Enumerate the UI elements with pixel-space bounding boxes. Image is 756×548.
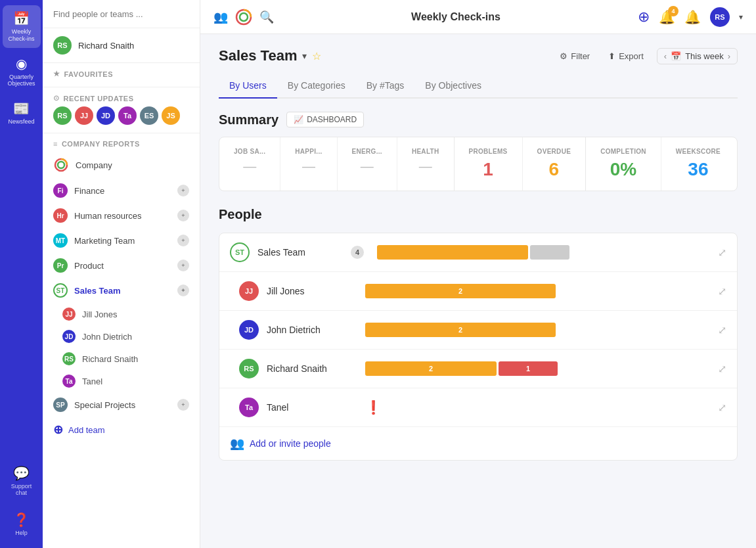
filter-button[interactable]: ⚙ Filter [554,48,595,64]
table-row[interactable]: ST Sales Team 4 ⤢ [219,233,737,272]
nav-item-marketing[interactable]: MT Marketing Team + [43,228,200,253]
recent-avatar-jd[interactable]: JD [97,106,115,125]
table-row[interactable]: Ta Tanel ❗ ⤢ [219,388,737,427]
top-bar-icons: ⊕ 🔔 4 🔔 RS ▾ [638,7,743,27]
filter-icon: ⚙ [560,51,567,61]
sidebar-icon-quarterly[interactable]: ◉ Quarterly Objectives [3,51,41,93]
nav-user-profile[interactable]: RS Richard Snaith [43,28,200,63]
dashboard-button[interactable]: 📈 DASHBOARD [286,112,364,127]
user-dropdown-arrow[interactable]: ▾ [739,12,743,22]
company-reports-section: ≡ COMPANY REPORTS [43,133,200,152]
nav-sub-jill[interactable]: JJ Jill Jones [43,303,200,325]
table-row[interactable]: JJ Jill Jones 2 ⤢ [219,272,737,311]
sidebar-icon-support[interactable]: 💬 Support chat [0,459,43,503]
overdue-label: OVERDUE [537,148,571,155]
tab-by-tags[interactable]: By #Tags [356,74,415,99]
sales-team-bar-orange [377,245,528,260]
nav-item-hr[interactable]: Hr Human resources + [43,203,200,228]
metric-job-satisfaction: JOB SA... — [219,137,280,191]
richard-bar-red: 1 [499,361,558,376]
john-expand-icon[interactable]: ⤢ [718,324,726,336]
recent-avatar-ta[interactable]: Ta [118,106,137,125]
table-row[interactable]: RS Richard Snaith 2 1 ⤢ [219,350,737,388]
icon-sidebar: 📅 Weekly Check-ins ◉ Quarterly Objective… [0,0,43,548]
export-label: Export [619,51,644,61]
search-bar[interactable] [43,0,200,28]
richard-progress: 2 1 [365,361,710,377]
export-button[interactable]: ⬆ Export [603,48,649,64]
sidebar-icon-label-newsfeed: Newsfeed [8,118,34,126]
sidebar-icon-weekly-checkins[interactable]: 📅 Weekly Check-ins [3,5,41,48]
company-ring-icon [53,157,69,173]
add-button[interactable]: ⊕ [638,9,650,26]
jill-bar: 2 [365,284,556,298]
sidebar-icon-help[interactable]: ❓ Help [8,505,35,543]
add-people-icon: 👥 [230,436,244,451]
nav-sub-tanel[interactable]: Ta Tanel [43,370,200,392]
nav-item-company[interactable]: Company [43,152,200,178]
objectives-icon: ◉ [16,56,27,72]
prev-week-arrow[interactable]: ‹ [664,51,667,61]
nav-item-sales-team[interactable]: ST Sales Team + [43,278,200,303]
notifications-icon[interactable]: 🔔 4 [659,9,675,25]
richard-bar-orange: 2 [365,361,497,376]
warning-icon: ❗ [365,400,382,415]
week-label: This week [685,51,724,61]
sales-team-bar-gray [530,245,569,260]
tanel-expand-icon[interactable]: ⤢ [718,401,726,414]
team-list-icon[interactable]: 👥 [213,10,228,24]
metric-completion: COMPLETION 0% [586,137,661,191]
recent-updates-icon: ⊙ [53,94,60,103]
search-input[interactable] [53,9,189,19]
tanel-name: Tanel [267,402,352,413]
happiness-value: — [302,159,315,174]
bell-icon[interactable]: 🔔 [684,9,701,25]
notification-count: 4 [668,6,678,16]
user-avatar-top[interactable]: RS [710,7,730,27]
week-nav[interactable]: ‹ 📅 This week › [657,48,738,64]
jill-expand-icon[interactable]: ⤢ [718,285,726,298]
nav-sub-john[interactable]: JD John Dietrich [43,325,200,348]
add-people-button[interactable]: 👥 Add or invite people [219,427,737,460]
sales-team-count: 4 [351,246,364,259]
hr-badge: + [177,210,189,221]
export-icon: ⬆ [608,51,615,61]
tanel-progress: ❗ [365,400,710,415]
next-week-arrow[interactable]: › [728,51,730,61]
search-icon-top[interactable]: 🔍 [259,10,274,24]
tab-by-categories[interactable]: By Categories [277,74,356,99]
recent-avatar-jj[interactable]: JJ [75,106,93,125]
jill-progress: 2 [365,283,710,299]
overdue-value: 6 [549,159,560,180]
page-content: Sales Team ▾ ☆ ⚙ Filter ⬆ Export ‹ 📅 Thi… [200,34,756,548]
metric-weekscore: WEEKSCORE 36 [661,137,735,191]
team-dropdown-arrow[interactable]: ▾ [302,51,307,61]
richard-expand-icon[interactable]: ⤢ [718,363,726,375]
tab-by-objectives[interactable]: By Objectives [414,74,492,99]
sales-team-badge: + [177,285,189,296]
sales-team-avatar: ST [53,283,68,298]
add-team-button[interactable]: ⊕ Add team [43,417,200,442]
product-label: Product [74,261,104,271]
nav-item-finance[interactable]: Fi Finance + [43,178,200,203]
recent-avatar-es[interactable]: ES [140,106,158,125]
metric-happiness: HAPPI... — [280,137,337,191]
sidebar-icon-newsfeed[interactable]: 📰 Newsfeed [3,95,41,131]
favourites-label: FAVOURITES [64,70,113,78]
table-row[interactable]: JD John Dietrich 2 ⤢ [219,311,737,350]
expand-icon[interactable]: ⤢ [718,246,726,259]
recent-avatar-rs[interactable]: RS [53,106,72,125]
nav-sidebar: RS Richard Snaith ★ FAVOURITES ⊙ RECENT … [43,0,200,548]
health-label: HEALTH [412,148,439,155]
weekscore-label: WEEKSCORE [676,148,721,155]
happiness-label: HAPPI... [295,148,322,155]
nav-item-special-projects[interactable]: SP Special Projects + [43,392,200,417]
app-logo [234,8,253,26]
tab-by-users[interactable]: By Users [219,74,277,99]
favourite-star[interactable]: ☆ [312,50,321,62]
people-section: People ST Sales Team 4 ⤢ JJ Jill Jone [219,207,738,461]
tanel-avatar: Ta [239,398,259,417]
nav-item-product[interactable]: Pr Product + [43,253,200,278]
recent-avatar-js[interactable]: JS [162,106,180,125]
nav-sub-richard[interactable]: RS Richard Snaith [43,348,200,370]
